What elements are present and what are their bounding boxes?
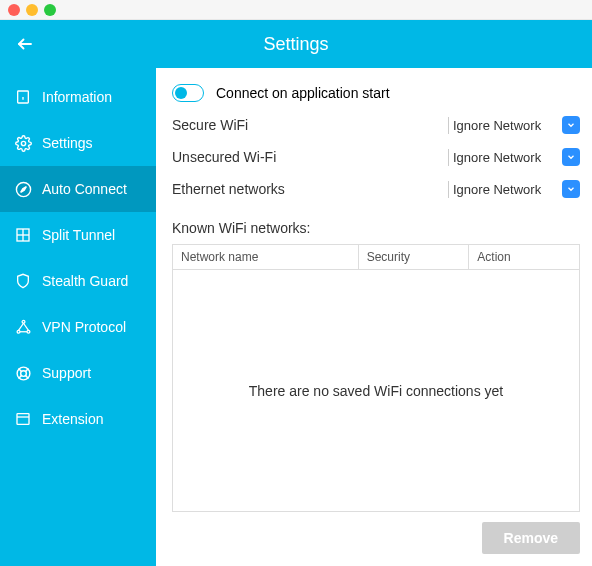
maximize-icon[interactable] bbox=[44, 4, 56, 16]
svg-line-19 bbox=[25, 368, 28, 371]
shield-icon bbox=[14, 272, 32, 290]
gear-icon bbox=[14, 134, 32, 152]
select-value: Ignore Network bbox=[448, 117, 556, 134]
chevron-down-icon[interactable] bbox=[562, 148, 580, 166]
svg-rect-22 bbox=[17, 414, 29, 425]
sidebar-item-label: Stealth Guard bbox=[42, 273, 128, 289]
sidebar-item-information[interactable]: Information bbox=[0, 74, 156, 120]
page-title: Settings bbox=[263, 34, 328, 55]
sidebar-item-label: VPN Protocol bbox=[42, 319, 126, 335]
remove-button[interactable]: Remove bbox=[482, 522, 580, 554]
empty-message: There are no saved WiFi connections yet bbox=[249, 383, 503, 399]
svg-marker-6 bbox=[20, 186, 26, 192]
column-header-action[interactable]: Action bbox=[469, 245, 579, 269]
toggle-label: Connect on application start bbox=[216, 85, 390, 101]
option-label-unsecured-wifi: Unsecured Wi-Fi bbox=[172, 149, 440, 165]
browser-icon bbox=[14, 410, 32, 428]
select-value: Ignore Network bbox=[448, 181, 556, 198]
info-icon bbox=[14, 88, 32, 106]
select-unsecured-wifi[interactable]: Ignore Network bbox=[448, 148, 580, 166]
select-ethernet[interactable]: Ignore Network bbox=[448, 180, 580, 198]
svg-line-14 bbox=[23, 323, 28, 330]
svg-line-20 bbox=[18, 375, 21, 378]
known-networks-table: Network name Security Action There are n… bbox=[172, 244, 580, 512]
sidebar-item-extension[interactable]: Extension bbox=[0, 396, 156, 442]
sidebar-item-stealth-guard[interactable]: Stealth Guard bbox=[0, 258, 156, 304]
known-networks-label: Known WiFi networks: bbox=[172, 220, 580, 236]
svg-point-12 bbox=[27, 330, 30, 333]
lifebuoy-icon bbox=[14, 364, 32, 382]
svg-line-13 bbox=[18, 323, 23, 330]
chevron-down-icon[interactable] bbox=[562, 180, 580, 198]
minimize-icon[interactable] bbox=[26, 4, 38, 16]
sidebar-item-label: Information bbox=[42, 89, 112, 105]
option-label-ethernet: Ethernet networks bbox=[172, 181, 440, 197]
svg-point-11 bbox=[17, 330, 20, 333]
sidebar-item-label: Settings bbox=[42, 135, 93, 151]
column-header-security[interactable]: Security bbox=[359, 245, 470, 269]
sidebar-item-label: Split Tunnel bbox=[42, 227, 115, 243]
sidebar-item-label: Auto Connect bbox=[42, 181, 127, 197]
svg-line-21 bbox=[25, 375, 28, 378]
sidebar-item-auto-connect[interactable]: Auto Connect bbox=[0, 166, 156, 212]
chevron-down-icon[interactable] bbox=[562, 116, 580, 134]
sidebar-item-label: Support bbox=[42, 365, 91, 381]
select-value: Ignore Network bbox=[448, 149, 556, 166]
close-icon[interactable] bbox=[8, 4, 20, 16]
grid-icon bbox=[14, 226, 32, 244]
sidebar-item-label: Extension bbox=[42, 411, 103, 427]
sidebar-item-vpn-protocol[interactable]: VPN Protocol bbox=[0, 304, 156, 350]
table-empty-state: There are no saved WiFi connections yet bbox=[173, 270, 579, 511]
select-secure-wifi[interactable]: Ignore Network bbox=[448, 116, 580, 134]
sidebar-item-settings[interactable]: Settings bbox=[0, 120, 156, 166]
back-button[interactable] bbox=[0, 35, 36, 53]
network-icon bbox=[14, 318, 32, 336]
svg-point-10 bbox=[22, 320, 25, 323]
svg-point-4 bbox=[21, 141, 25, 145]
sidebar-nav: Information Settings Auto Connect bbox=[0, 68, 156, 442]
option-label-secure-wifi: Secure WiFi bbox=[172, 117, 440, 133]
main-panel: Connect on application start Secure WiFi… bbox=[156, 68, 592, 566]
compass-icon bbox=[14, 180, 32, 198]
connect-on-start-toggle[interactable] bbox=[172, 84, 204, 102]
sidebar-item-support[interactable]: Support bbox=[0, 350, 156, 396]
svg-line-18 bbox=[18, 368, 21, 371]
svg-point-17 bbox=[20, 370, 26, 376]
sidebar-item-split-tunnel[interactable]: Split Tunnel bbox=[0, 212, 156, 258]
window-titlebar bbox=[0, 0, 592, 20]
column-header-network-name[interactable]: Network name bbox=[173, 245, 359, 269]
